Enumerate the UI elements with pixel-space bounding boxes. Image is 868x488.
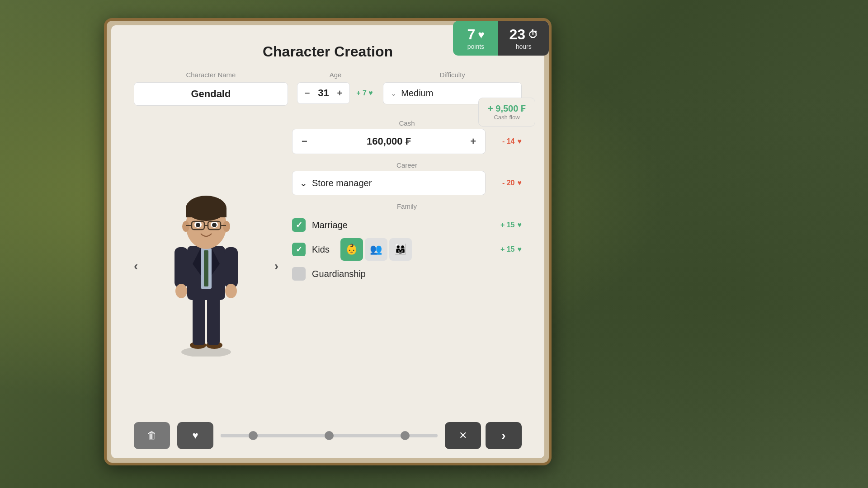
career-value: Store manager [312,178,372,188]
portrait-next-button[interactable]: › [274,259,278,273]
marriage-points-badge: + 15 ♥ [490,221,522,229]
points-badge: 7 ♥ points [453,21,498,56]
career-select[interactable]: ⌄ Store manager [292,171,486,195]
portrait-area: ‹ [134,115,278,418]
main-content: ‹ [134,115,522,418]
fav-icon: ♥ [192,430,198,441]
cash-value: 160,000 ₣ [367,136,411,147]
favorite-button[interactable]: ♥ [177,422,213,449]
cashflow-label: Cash flow [488,114,526,121]
hours-badge: 23 ⏱ hours [498,21,549,56]
age-group: Age − 31 + + 7 ♥ [297,71,374,104]
career-cost-badge: - 20 ♥ [490,179,522,187]
next-button[interactable]: › [486,422,522,449]
kids-heart: ♥ [518,245,522,253]
svg-rect-4 [207,293,220,345]
career-cost-heart: ♥ [518,179,522,187]
kids-row: ✓ Kids 👶 👥 👨‍👩‍👧 [292,238,522,261]
kids-label: Kids [312,244,330,255]
header-badges: 7 ♥ points 23 ⏱ hours [453,21,549,56]
svg-rect-17 [186,208,226,217]
kids-option-1[interactable]: 👶 [340,238,363,261]
career-label: Career [292,161,522,169]
marriage-label: Marriage [312,220,348,230]
cash-cost-badge: - 14 ♥ [490,137,522,145]
kid-icon-2: 👥 [370,244,382,255]
name-input[interactable] [134,82,288,106]
kid-icon-3: 👨‍👩‍👧 [394,244,406,255]
marriage-heart: ♥ [518,221,522,229]
next-icon: › [501,428,505,443]
character-svg [161,176,251,357]
slider-thumb-3[interactable] [401,431,410,440]
dialog-inner: 7 ♥ points 23 ⏱ hours Character Creation… [111,25,544,458]
hours-label: hours [509,43,538,50]
cashflow-badge: + 9,500 ₣ Cash flow [478,98,535,127]
portrait-prev-button[interactable]: ‹ [134,259,138,273]
svg-rect-11 [224,247,238,288]
character-creation-dialog: 7 ♥ points 23 ⏱ hours Character Creation… [104,18,552,465]
slider-track [221,434,438,437]
close-button[interactable]: ✕ [445,422,481,449]
guardianship-checkbox[interactable]: ✓ [292,267,306,281]
cash-cost-heart: ♥ [518,137,522,145]
career-cost-value: - 20 [502,179,515,187]
difficulty-label: Difficulty [383,71,522,79]
character-portrait [161,176,251,357]
delete-icon: 🗑 [147,430,157,441]
guardianship-row: ✓ Guardianship [292,267,522,281]
kid-icon-1: 👶 [345,244,358,255]
delete-button[interactable]: 🗑 [134,422,170,449]
svg-point-0 [181,347,231,357]
svg-rect-3 [193,293,205,345]
slider-thumb-2[interactable] [325,431,334,440]
cash-decrease-button[interactable]: − [302,136,307,147]
cashflow-amount: + 9,500 ₣ [488,103,526,114]
svg-point-12 [175,284,187,298]
family-section: Family ✓ Marriage + 15 ♥ [292,202,522,281]
name-group: Character Name [134,71,288,106]
kids-points-badge: + 15 ♥ [490,245,522,253]
kids-option-3[interactable]: 👨‍👩‍👧 [389,238,412,261]
kids-selector: 👶 👥 👨‍👩‍👧 [340,238,412,261]
marriage-row: ✓ Marriage + 15 ♥ [292,218,522,232]
slider-thumb-1[interactable] [249,431,258,440]
close-icon: ✕ [459,430,467,441]
family-label: Family [292,202,522,210]
kids-option-2[interactable]: 👥 [365,238,387,261]
progress-slider[interactable] [221,434,438,437]
name-label: Character Name [134,71,288,79]
age-label: Age [297,71,374,79]
kids-points: + 15 [500,245,515,253]
form-row: Character Name Age − 31 + + 7 ♥ Difficul… [134,71,522,106]
marriage-points: + 15 [500,221,515,229]
svg-point-23 [212,223,217,227]
points-value: 7 ♥ [464,26,487,43]
age-increase-button[interactable]: + [337,88,343,99]
points-label: points [464,43,487,50]
age-decrease-button[interactable]: − [305,88,310,99]
svg-point-13 [225,284,237,298]
cash-cost-value: - 14 [502,137,515,145]
svg-point-19 [223,221,230,232]
age-points: + 7 ♥ [356,89,373,97]
svg-rect-10 [175,247,188,288]
kids-checkbox[interactable]: ✓ [292,243,306,256]
bottom-bar: 🗑 ♥ ✕ › [134,418,522,449]
cash-control: − 160,000 ₣ + [292,129,486,154]
career-row: ⌄ Store manager - 20 ♥ [292,171,522,195]
career-chevron: ⌄ [300,178,307,188]
difficulty-chevron: ⌄ [391,89,396,98]
right-panel: Cash − 160,000 ₣ + - 14 ♥ [292,115,522,418]
cash-row: − 160,000 ₣ + - 14 ♥ [292,129,522,154]
age-value: 31 [315,87,333,99]
svg-rect-7 [204,250,208,286]
career-section: Career ⌄ Store manager - 20 ♥ [292,161,522,195]
cash-increase-button[interactable]: + [470,136,476,147]
marriage-checkbox[interactable]: ✓ [292,218,306,232]
bottom-right-buttons: ✕ › [445,422,522,449]
marriage-check-icon: ✓ [296,220,302,230]
hours-value: 23 ⏱ [509,26,538,43]
difficulty-value: Medium [401,88,433,99]
age-control: − 31 + [297,82,350,104]
